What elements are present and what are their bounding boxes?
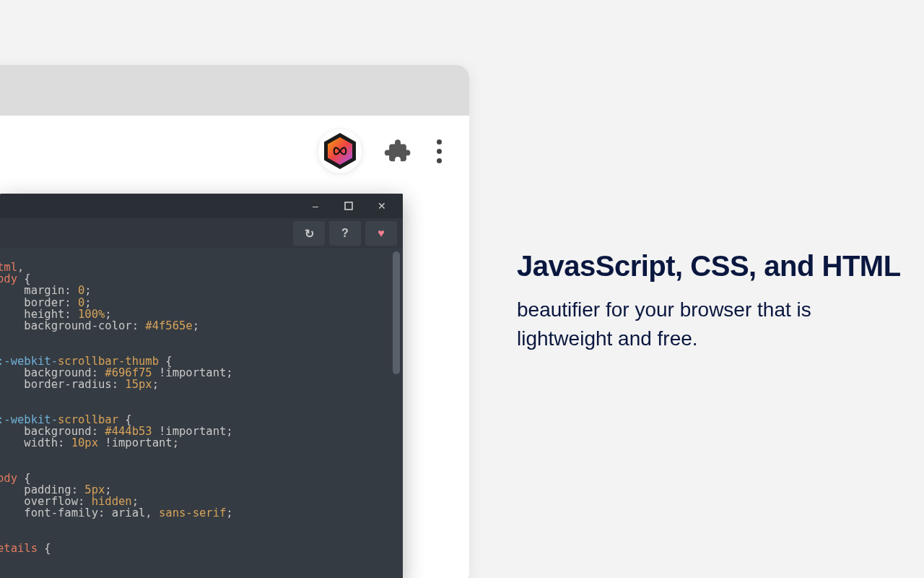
browser-toolbar [0,116,469,186]
infinity-hex-icon [324,133,356,169]
code-editor[interactable]: tml, ody { margin: 0; border: 0; height:… [0,249,403,578]
close-icon: ✕ [378,200,386,212]
extension-action-button[interactable] [318,129,362,173]
window-maximize-button[interactable] [332,194,365,218]
code-content: tml, ody { margin: 0; border: 0; height:… [0,249,403,554]
minimize-icon: – [313,200,318,212]
reload-button[interactable]: ↻ [293,221,325,246]
help-button[interactable]: ? [329,221,361,246]
subheadline: beautifier for your browser that is ligh… [517,296,820,353]
marketing-copy: JavasScript, CSS, and HTML beautifier fo… [517,250,907,353]
window-titlebar: – ✕ [0,194,403,218]
app-window: – ✕ ↻ ? ♥ tml, ody { margin: 0; border: … [0,194,403,578]
help-icon: ? [341,227,349,240]
svg-rect-0 [345,202,352,210]
infinity-icon [332,146,348,156]
browser-tab-strip [0,65,469,116]
headline: JavasScript, CSS, and HTML [517,250,907,282]
browser-menu-button[interactable] [430,137,448,165]
window-close-button[interactable]: ✕ [365,194,398,218]
heart-icon: ♥ [378,227,385,240]
reload-icon: ↻ [305,227,314,241]
editor-scrollbar-thumb[interactable] [393,251,400,374]
extensions-puzzle-icon[interactable] [384,137,411,165]
favorite-button[interactable]: ♥ [365,221,397,246]
app-toolbar: ↻ ? ♥ [0,218,403,249]
maximize-icon [344,202,353,210]
window-minimize-button[interactable]: – [299,194,332,218]
